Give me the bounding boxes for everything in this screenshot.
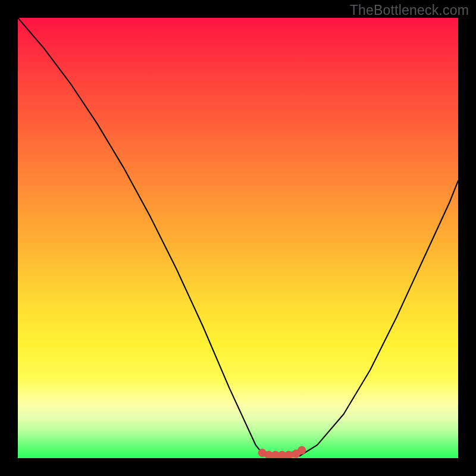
- curve-layer: [18, 18, 458, 458]
- plot-area: [18, 18, 458, 458]
- chart-frame: TheBottleneck.com: [0, 0, 476, 476]
- floor-marker: [298, 446, 306, 455]
- floor-markers-group: [258, 446, 306, 458]
- watermark-text: TheBottleneck.com: [350, 2, 469, 18]
- bottleneck-curve: [18, 18, 458, 456]
